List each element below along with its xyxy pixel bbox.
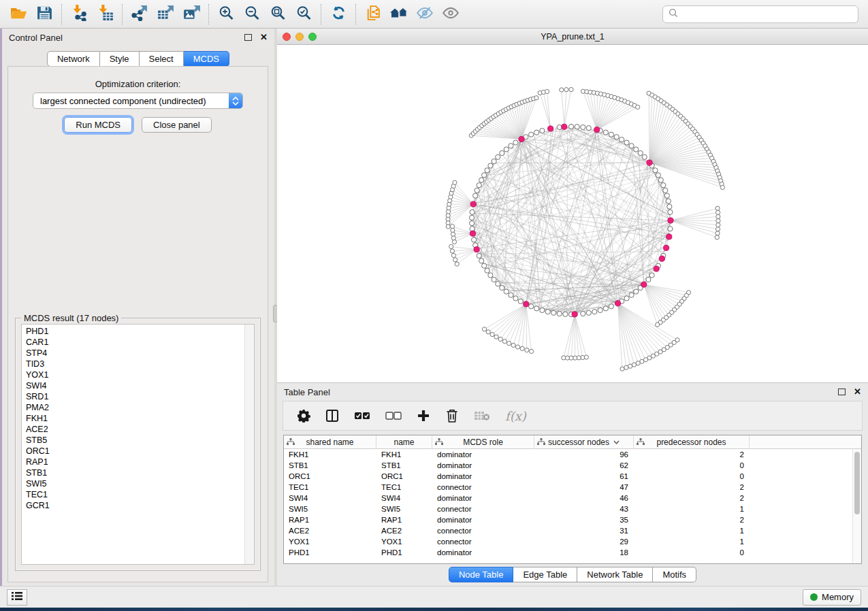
table-panel: Table Panel ✕ [277, 382, 868, 586]
select-all-icon[interactable] [354, 407, 370, 425]
network-window-titlebar[interactable]: YPA_prune.txt_1 [277, 29, 868, 45]
mcds-result-item[interactable]: SWI4 [22, 380, 244, 391]
save-button[interactable] [31, 3, 57, 26]
log-console-button[interactable] [7, 589, 27, 606]
mcds-result-item[interactable]: STP4 [22, 348, 244, 359]
search-field[interactable] [662, 5, 858, 23]
table-cell: SWI4 [376, 493, 432, 503]
refresh-button[interactable] [325, 3, 351, 26]
table-row[interactable]: TEC1TEC1connector472 [284, 482, 852, 493]
first-neighbors-button[interactable] [386, 3, 412, 26]
tab-network-table[interactable]: Network Table [577, 567, 653, 582]
delete-column-icon[interactable] [445, 407, 459, 425]
float-panel-icon[interactable] [838, 389, 846, 395]
open-folder-icon [10, 5, 28, 24]
export-network-button[interactable] [127, 3, 152, 26]
mcds-result-item[interactable]: GCR1 [22, 500, 244, 511]
zoom-fit-button[interactable] [265, 3, 291, 26]
float-panel-icon[interactable] [244, 34, 252, 41]
mcds-result-item[interactable]: CAR1 [22, 337, 244, 348]
mcds-result-item[interactable]: STB1 [22, 467, 244, 478]
import-network-button[interactable] [66, 3, 92, 26]
mcds-result-list[interactable]: PHD1CAR1STP4TID3YOX1SWI4SRD1PMA2FKH1ACE2… [21, 324, 255, 565]
tab-node-table[interactable]: Node Table [449, 567, 514, 582]
table-cell: 61 [534, 471, 634, 482]
deselect-all-icon[interactable] [385, 407, 402, 425]
column-header-name[interactable]: name [376, 435, 432, 448]
mcds-result-item[interactable]: FKH1 [22, 413, 244, 424]
optimization-criterion-select[interactable]: largest connected component (undirected) [33, 93, 243, 109]
eye-icon [442, 5, 460, 24]
network-window-title: YPA_prune.txt_1 [277, 32, 868, 42]
tab-edge-table[interactable]: Edge Table [513, 567, 577, 582]
show-all-button[interactable] [438, 3, 464, 26]
memory-button[interactable]: Memory [803, 589, 861, 606]
table-row[interactable]: SWI4SWI4dominator462 [284, 493, 852, 503]
hide-selected-button[interactable] [412, 3, 438, 26]
table-scrollbar-thumb[interactable] [854, 452, 860, 514]
settings-gear-icon[interactable] [297, 407, 310, 425]
close-panel-button[interactable]: Close panel [142, 117, 212, 133]
mcds-result-item[interactable]: SWI5 [22, 478, 244, 489]
close-panel-icon[interactable]: ✕ [854, 389, 861, 395]
mcds-result-item[interactable]: ACE2 [22, 424, 244, 435]
delete-table-icon[interactable] [474, 407, 490, 425]
mcds-result-item[interactable]: ORC1 [22, 446, 244, 457]
table-cell: ORC1 [284, 471, 376, 482]
mcds-tab-content: Optimization criterion: largest connecte… [7, 66, 268, 582]
mcds-result-item[interactable]: PHD1 [22, 326, 244, 337]
import-table-icon [96, 4, 114, 24]
table-row[interactable]: ACE2ACE2connector311 [284, 525, 852, 536]
tab-style[interactable]: Style [100, 51, 140, 67]
import-table-button[interactable] [92, 3, 118, 26]
table-cell: 0 [634, 460, 750, 471]
run-mcds-button[interactable]: Run MCDS [64, 117, 132, 133]
table-scrollbar[interactable] [852, 449, 861, 563]
network-canvas[interactable] [277, 45, 868, 382]
column-header-predecessor-nodes[interactable]: predecessor nodes [634, 435, 750, 448]
zoom-in-button[interactable] [213, 3, 239, 26]
zoom-selected-button[interactable] [291, 3, 317, 26]
table-cell: YOX1 [284, 536, 376, 547]
tab-select[interactable]: Select [140, 51, 184, 67]
mcds-result-item[interactable]: TID3 [22, 359, 244, 369]
mcds-result-item[interactable]: PMA2 [22, 402, 244, 413]
mcds-result-item[interactable]: YOX1 [22, 369, 244, 380]
open-button[interactable] [5, 3, 31, 26]
table-cell: RAP1 [284, 514, 376, 525]
table-row[interactable]: YOX1YOX1connector291 [284, 536, 852, 547]
table-row[interactable]: RAP1RAP1dominator352 [284, 514, 852, 525]
mcds-result-item[interactable]: STB5 [22, 435, 244, 446]
duplicate-network-icon [364, 4, 383, 24]
export-table-button[interactable] [152, 3, 178, 26]
split-view-icon[interactable] [325, 407, 339, 425]
zoom-out-button[interactable] [239, 3, 265, 26]
table-cell: 2 [634, 482, 750, 493]
column-header-successor-nodes[interactable]: successor nodes [534, 435, 634, 448]
mcds-result-item[interactable]: TEC1 [22, 489, 244, 500]
duplicate-network-button[interactable] [360, 3, 386, 26]
export-image-button[interactable] [178, 3, 204, 26]
node-table: shared namenameMCDS rolesuccessor nodesp… [283, 435, 862, 564]
search-input[interactable] [682, 9, 852, 19]
cytoscape-app: Control Panel ✕ NetworkStyleSelectMCDS O… [0, 0, 868, 611]
mcds-result-group: MCDS result (17 nodes) PHD1CAR1STP4TID3Y… [15, 318, 261, 571]
tab-motifs[interactable]: Motifs [653, 567, 696, 582]
mcds-list-scrollbar[interactable] [244, 325, 254, 564]
table-cell: PHD1 [376, 547, 432, 558]
table-row[interactable]: FKH1FKH1dominator962 [284, 449, 852, 460]
table-row[interactable]: STB1STB1dominator620 [284, 460, 852, 471]
column-header-MCDS-role[interactable]: MCDS role [432, 435, 534, 448]
mcds-result-item[interactable]: SRD1 [22, 391, 244, 402]
table-row[interactable]: ORC1ORC1dominator610 [284, 471, 852, 482]
tab-mcds[interactable]: MCDS [184, 51, 229, 67]
table-row[interactable]: PHD1PHD1dominator180 [284, 547, 852, 558]
add-column-icon[interactable] [417, 407, 430, 425]
column-header-shared-name[interactable]: shared name [284, 435, 376, 448]
table-row[interactable]: SWI5SWI5connector431 [284, 503, 852, 514]
function-builder-icon[interactable]: f(x) [505, 407, 526, 425]
close-panel-icon[interactable]: ✕ [260, 34, 268, 41]
mcds-result-item[interactable]: RAP1 [22, 457, 244, 467]
table-cell: dominator [432, 493, 534, 503]
tab-network[interactable]: Network [47, 51, 100, 67]
